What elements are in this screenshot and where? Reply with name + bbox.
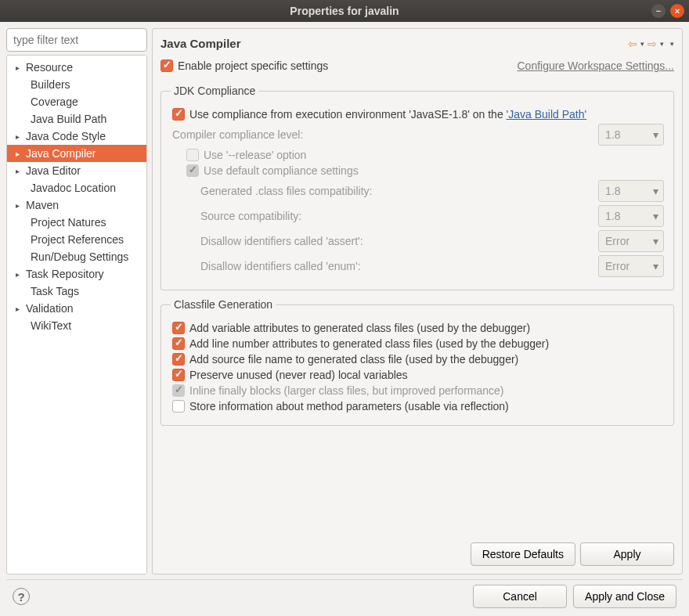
var-attr-row[interactable]: Add variable attributes to generated cla… xyxy=(172,322,664,334)
tree-item-java-compiler[interactable]: ▸Java Compiler xyxy=(7,145,146,162)
tree-item-label: Javadoc Location xyxy=(31,182,116,194)
compiler-level-select: 1.8 xyxy=(598,124,664,146)
jdk-compliance-group: JDK Compliance Use compliance from execu… xyxy=(161,85,674,290)
tree-item-label: Validation xyxy=(26,302,73,315)
category-tree: ▸Resource▸Builders▸Coverage▸Java Build P… xyxy=(6,55,147,575)
tree-item-java-build-path[interactable]: ▸Java Build Path xyxy=(7,110,146,128)
tree-item-resource[interactable]: ▸Resource xyxy=(7,59,146,76)
line-attr-row[interactable]: Add line number attributes to generated … xyxy=(172,337,664,350)
store-params-checkbox[interactable] xyxy=(172,400,185,412)
tree-item-label: Resource xyxy=(26,61,73,74)
tree-item-label: Run/Debug Settings xyxy=(31,250,128,263)
store-params-row[interactable]: Store information about method parameter… xyxy=(172,400,664,412)
tree-item-coverage[interactable]: ▸Coverage xyxy=(7,93,146,110)
filter-input[interactable] xyxy=(6,28,147,52)
preserve-unused-row[interactable]: Preserve unused (never read) local varia… xyxy=(172,369,664,381)
use-release-checkbox xyxy=(186,149,199,161)
tree-item-project-natures[interactable]: ▸Project Natures xyxy=(7,214,146,231)
tree-item-label: Java Compiler xyxy=(26,147,96,160)
use-compliance-checkbox[interactable] xyxy=(172,108,185,121)
tree-item-label: Java Build Path xyxy=(31,113,106,125)
expand-icon[interactable]: ▸ xyxy=(16,270,23,279)
tree-item-maven[interactable]: ▸Maven xyxy=(7,196,146,214)
preserve-unused-checkbox[interactable] xyxy=(172,369,185,381)
nav-icons: ⇦ ▾ ⇨ ▾ ▾ xyxy=(628,38,674,50)
tree-item-label: Task Repository xyxy=(26,268,104,280)
generated-compat-row: Generated .class files compatibility: 1.… xyxy=(172,180,664,202)
var-attr-checkbox[interactable] xyxy=(172,322,185,334)
tree-item-label: Builders xyxy=(31,78,70,91)
forward-icon[interactable]: ⇨ xyxy=(648,38,657,50)
tree-item-wikitext[interactable]: ▸WikiText xyxy=(7,317,146,334)
apply-and-close-button[interactable]: Apply and Close xyxy=(573,585,676,608)
expand-icon[interactable]: ▸ xyxy=(16,167,23,175)
tree-item-label: WikiText xyxy=(31,319,71,332)
tree-item-project-references[interactable]: ▸Project References xyxy=(7,231,146,248)
use-default-row: Use default compliance settings xyxy=(172,164,664,177)
page-title: Java Compiler xyxy=(161,37,241,50)
line-attr-checkbox[interactable] xyxy=(172,337,185,350)
tree-item-label: Maven xyxy=(26,199,59,211)
use-release-row: Use '--release' option xyxy=(172,149,664,161)
compiler-level-row: Compiler compliance level: 1.8 xyxy=(172,124,664,146)
forward-menu-icon[interactable]: ▾ xyxy=(660,40,664,48)
titlebar: Properties for javalin − × xyxy=(0,0,689,22)
assert-row: Disallow identifiers called 'assert': Er… xyxy=(172,230,664,252)
tree-item-label: Project Natures xyxy=(31,216,106,229)
apply-button[interactable]: Apply xyxy=(580,542,674,566)
enable-project-specific[interactable]: Enable project specific settings xyxy=(161,59,328,72)
expand-icon[interactable]: ▸ xyxy=(16,149,23,158)
configure-workspace-link[interactable]: Configure Workspace Settings... xyxy=(517,59,674,72)
tree-item-java-editor[interactable]: ▸Java Editor xyxy=(7,162,146,179)
enable-project-specific-checkbox[interactable] xyxy=(161,59,173,72)
classfile-group: Classfile Generation Add variable attrib… xyxy=(161,298,674,426)
close-button[interactable]: × xyxy=(670,4,684,18)
source-compat-row: Source compatibility: 1.8 xyxy=(172,205,664,227)
enum-row: Disallow identifiers called 'enum': Erro… xyxy=(172,255,664,277)
cancel-button[interactable]: Cancel xyxy=(473,585,567,608)
classfile-legend: Classfile Generation xyxy=(171,298,276,311)
generated-compat-select: 1.8 xyxy=(598,180,664,202)
restore-defaults-button[interactable]: Restore Defaults xyxy=(471,542,575,566)
source-file-row[interactable]: Add source file name to generated class … xyxy=(172,353,664,366)
inline-finally-checkbox xyxy=(172,384,185,397)
enum-select: Error xyxy=(598,255,664,277)
tree-item-run-debug-settings[interactable]: ▸Run/Debug Settings xyxy=(7,248,146,265)
tree-item-label: Task Tags xyxy=(31,285,79,297)
window-title: Properties for javalin xyxy=(290,5,399,17)
tree-item-task-tags[interactable]: ▸Task Tags xyxy=(7,283,146,300)
view-menu-icon[interactable]: ▾ xyxy=(670,40,674,48)
use-default-checkbox xyxy=(186,164,199,177)
tree-item-java-code-style[interactable]: ▸Java Code Style xyxy=(7,128,146,145)
jdk-legend: JDK Compliance xyxy=(171,85,258,97)
tree-item-label: Coverage xyxy=(31,95,78,108)
expand-icon[interactable]: ▸ xyxy=(16,132,23,141)
use-compliance-row[interactable]: Use compliance from execution environmen… xyxy=(172,108,664,121)
expand-icon[interactable]: ▸ xyxy=(16,304,23,313)
inline-finally-row: Inline finally blocks (larger class file… xyxy=(172,384,664,397)
tree-item-builders[interactable]: ▸Builders xyxy=(7,76,146,93)
minimize-button[interactable]: − xyxy=(651,4,666,18)
tree-item-label: Project References xyxy=(31,233,124,246)
tree-item-validation[interactable]: ▸Validation xyxy=(7,300,146,317)
back-menu-icon[interactable]: ▾ xyxy=(640,40,644,48)
tree-item-task-repository[interactable]: ▸Task Repository xyxy=(7,265,146,283)
expand-icon[interactable]: ▸ xyxy=(16,63,23,72)
source-file-checkbox[interactable] xyxy=(172,353,185,366)
java-build-path-link[interactable]: 'Java Build Path' xyxy=(507,108,587,121)
assert-select: Error xyxy=(598,230,664,252)
help-icon[interactable]: ? xyxy=(13,588,30,605)
tree-item-javadoc-location[interactable]: ▸Javadoc Location xyxy=(7,179,146,196)
expand-icon[interactable]: ▸ xyxy=(16,201,23,210)
source-compat-select: 1.8 xyxy=(598,205,664,227)
back-icon[interactable]: ⇦ xyxy=(628,38,637,50)
tree-item-label: Java Editor xyxy=(26,164,81,177)
tree-item-label: Java Code Style xyxy=(26,130,106,142)
